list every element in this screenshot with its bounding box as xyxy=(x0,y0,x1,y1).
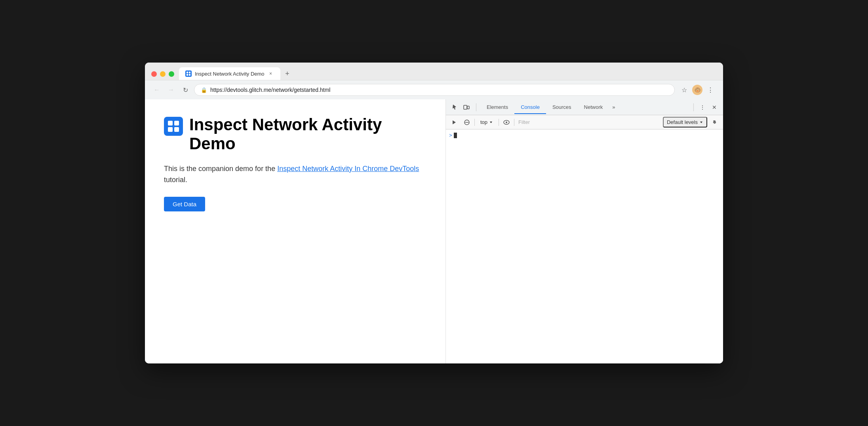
svg-point-15 xyxy=(506,122,507,123)
devtools-toolbar: Elements Console Sources Network » xyxy=(446,99,723,115)
devtools-tabs: Elements Console Sources Network » xyxy=(480,101,689,114)
console-prompt: > xyxy=(449,133,452,139)
context-selector[interactable]: top xyxy=(477,118,496,127)
svg-rect-7 xyxy=(174,127,179,132)
devtools-tutorial-link[interactable]: Inspect Network Activity In Chrome DevTo… xyxy=(277,165,419,173)
svg-marker-10 xyxy=(453,120,456,124)
description-before: This is the companion demo for the xyxy=(164,165,277,173)
browser-window: Inspect Network Activity Demo × + ← → ↻ … xyxy=(145,63,723,363)
eye-button[interactable] xyxy=(501,117,512,127)
device-toolbar-button[interactable] xyxy=(461,102,472,113)
tab-elements[interactable]: Elements xyxy=(480,101,514,114)
devtools-close-button[interactable]: ✕ xyxy=(709,102,720,113)
webpage: Inspect Network Activity Demo This is th… xyxy=(145,99,446,363)
tab-console[interactable]: Console xyxy=(514,101,546,114)
devtools-panel: Elements Console Sources Network » xyxy=(446,99,723,363)
page-description: This is the companion demo for the Inspe… xyxy=(164,163,426,186)
svg-rect-3 xyxy=(189,74,190,76)
menu-button[interactable]: ⋮ xyxy=(704,84,717,96)
svg-rect-2 xyxy=(187,74,188,76)
svg-rect-5 xyxy=(174,121,179,126)
default-levels-button[interactable]: Default levels xyxy=(663,117,707,127)
window-controls xyxy=(151,71,174,80)
lock-icon: 🔒 xyxy=(201,87,207,93)
svg-rect-1 xyxy=(189,72,190,73)
console-divider-1 xyxy=(474,119,475,126)
svg-rect-0 xyxy=(187,72,188,73)
clear-console-button[interactable] xyxy=(462,117,472,127)
console-divider-3 xyxy=(514,119,514,126)
right-divider xyxy=(693,103,694,111)
filter-input[interactable] xyxy=(534,118,661,127)
url-bar[interactable]: 🔒 https://devtools.glitch.me/network/get… xyxy=(194,84,675,96)
console-cursor xyxy=(454,133,457,138)
new-tab-button[interactable]: + xyxy=(282,68,293,79)
tab-favicon xyxy=(185,70,192,77)
get-data-button[interactable]: Get Data xyxy=(164,197,205,211)
console-toolbar: top Filter xyxy=(446,115,723,129)
forward-button[interactable]: → xyxy=(166,84,177,95)
description-after: tutorial. xyxy=(164,176,187,184)
toolbar-divider xyxy=(476,103,476,111)
webpage-header: Inspect Network Activity Demo xyxy=(164,115,426,154)
filter-placeholder: Filter xyxy=(517,118,531,127)
console-input-line: > xyxy=(449,133,720,139)
console-divider-2 xyxy=(499,119,499,126)
tab-title: Inspect Network Activity Demo xyxy=(195,71,265,77)
page-title: Inspect Network Activity Demo xyxy=(189,115,426,154)
svg-marker-16 xyxy=(700,122,702,123)
svg-rect-4 xyxy=(168,121,173,126)
address-bar: ← → ↻ 🔒 https://devtools.glitch.me/netwo… xyxy=(145,80,723,99)
devtools-right-controls: ⋮ ✕ xyxy=(691,102,720,113)
inspect-element-button[interactable] xyxy=(449,102,460,113)
devtools-more-button[interactable]: ⋮ xyxy=(697,102,708,113)
run-button[interactable] xyxy=(449,117,459,127)
star-button[interactable]: ☆ xyxy=(678,84,691,96)
active-tab[interactable]: Inspect Network Activity Demo × xyxy=(179,67,280,80)
page-favicon xyxy=(164,117,183,136)
tab-sources[interactable]: Sources xyxy=(546,101,578,114)
maximize-button[interactable] xyxy=(169,71,174,77)
settings-button[interactable] xyxy=(710,117,720,127)
close-button[interactable] xyxy=(151,71,157,77)
minimize-button[interactable] xyxy=(160,71,166,77)
console-content[interactable]: > xyxy=(446,129,723,363)
address-bar-right: ☆ 🐵 ⋮ xyxy=(678,84,717,96)
svg-marker-13 xyxy=(490,122,492,123)
content-area: Inspect Network Activity Demo This is th… xyxy=(145,99,723,363)
url-text: https://devtools.glitch.me/network/getst… xyxy=(210,87,330,93)
more-tabs-button[interactable]: » xyxy=(609,103,618,112)
reload-button[interactable]: ↻ xyxy=(180,84,191,95)
tab-close-button[interactable]: × xyxy=(268,70,274,77)
title-bar: Inspect Network Activity Demo × + xyxy=(145,63,723,80)
svg-rect-6 xyxy=(168,127,173,132)
back-button[interactable]: ← xyxy=(151,84,162,95)
devtools-panel-icons xyxy=(449,102,472,113)
svg-rect-8 xyxy=(464,105,467,109)
svg-rect-9 xyxy=(467,106,469,109)
avatar-button[interactable]: 🐵 xyxy=(692,85,702,95)
tab-network[interactable]: Network xyxy=(578,101,609,114)
